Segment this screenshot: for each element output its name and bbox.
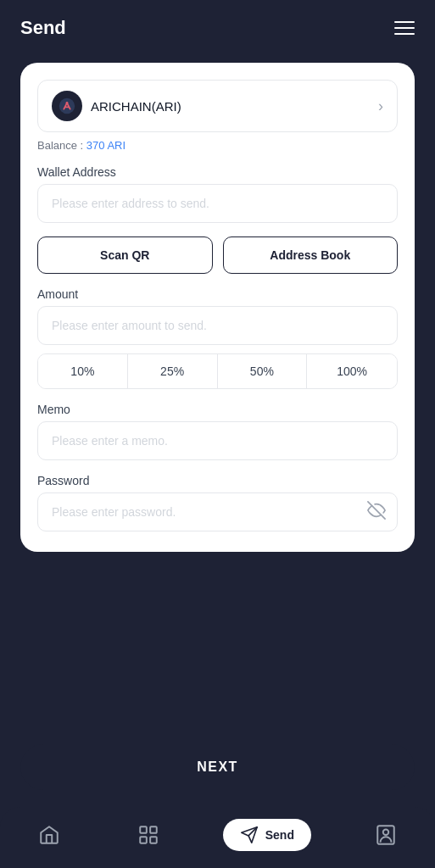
bottom-nav: Send — [0, 807, 435, 868]
percent-50-button[interactable]: 50% — [218, 354, 308, 388]
percent-25-button[interactable]: 25% — [128, 354, 218, 388]
svg-point-8 — [382, 830, 388, 836]
wallet-address-label: Wallet Address — [37, 165, 398, 179]
menu-button[interactable] — [394, 21, 415, 35]
toggle-password-icon[interactable] — [367, 501, 386, 523]
send-nav-icon — [240, 826, 259, 844]
home-icon — [38, 824, 60, 846]
wallet-address-group: Wallet Address — [37, 165, 398, 223]
send-nav-label: Send — [265, 828, 294, 842]
send-card: ARICHAIN(ARI) › Balance : 370 ARI Wallet… — [20, 63, 415, 552]
percent-row: 10% 25% 50% 100% — [37, 353, 398, 389]
svg-rect-6 — [150, 837, 157, 843]
memo-label: Memo — [37, 403, 398, 416]
contacts-icon — [375, 824, 397, 846]
next-button[interactable]: NEXT — [20, 744, 415, 790]
token-logo — [52, 91, 82, 121]
address-book-button[interactable]: Address Book — [223, 236, 399, 274]
next-button-wrapper: NEXT — [0, 731, 435, 807]
balance-amount: 370 ARI — [86, 139, 125, 152]
action-buttons-row: Scan QR Address Book — [37, 236, 398, 274]
nav-send[interactable]: Send — [223, 819, 311, 851]
scan-qr-button[interactable]: Scan QR — [37, 236, 213, 274]
password-label: Password — [37, 474, 398, 487]
svg-rect-3 — [140, 826, 147, 833]
svg-rect-4 — [150, 826, 157, 833]
nav-home[interactable] — [25, 821, 74, 849]
token-name: ARICHAIN(ARI) — [91, 99, 181, 114]
balance-label: Balance : — [37, 139, 86, 152]
list-icon — [137, 824, 159, 846]
nav-list[interactable] — [124, 821, 173, 849]
amount-input[interactable] — [37, 306, 398, 345]
password-input[interactable] — [37, 492, 398, 531]
header: Send — [0, 0, 435, 53]
wallet-address-input[interactable] — [37, 184, 398, 223]
nav-contacts[interactable] — [361, 821, 410, 849]
chevron-right-icon: › — [378, 97, 383, 115]
svg-rect-5 — [140, 837, 147, 843]
memo-group: Memo — [37, 403, 398, 460]
token-selector[interactable]: ARICHAIN(ARI) › — [37, 80, 398, 132]
amount-label: Amount — [37, 287, 398, 301]
svg-point-0 — [59, 98, 75, 114]
balance-row: Balance : 370 ARI — [37, 139, 398, 152]
password-wrapper — [37, 492, 398, 531]
percent-100-button[interactable]: 100% — [307, 354, 397, 388]
page-title: Send — [20, 17, 66, 39]
percent-10-button[interactable]: 10% — [38, 354, 128, 388]
password-group: Password — [37, 474, 398, 531]
token-info: ARICHAIN(ARI) — [52, 91, 181, 121]
svg-point-1 — [66, 102, 69, 104]
main-content: ARICHAIN(ARI) › Balance : 370 ARI Wallet… — [0, 53, 435, 731]
amount-group: Amount 10% 25% 50% 100% — [37, 287, 398, 389]
memo-input[interactable] — [37, 421, 398, 460]
